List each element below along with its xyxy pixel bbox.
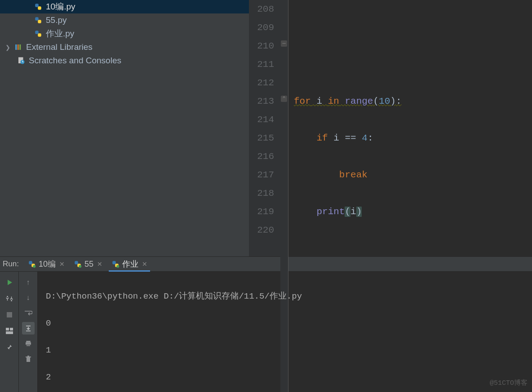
run-tab-label: 10编 <box>39 259 56 269</box>
fold-start-icon[interactable]: ─ <box>281 40 287 47</box>
up-button[interactable]: ↑ <box>22 276 35 289</box>
chevron-right-icon: ❯ <box>5 44 13 51</box>
line-number: 220 <box>253 221 274 239</box>
line-number: 213 <box>253 92 274 110</box>
line-number: 214 <box>253 110 274 129</box>
colon: : <box>368 133 373 143</box>
close-icon[interactable]: ✕ <box>59 260 65 268</box>
keyword-if: if <box>316 133 328 143</box>
close-icon[interactable]: ✕ <box>97 260 102 268</box>
file-tree-item[interactable]: 作业.py <box>0 27 249 40</box>
svg-rect-17 <box>112 261 116 264</box>
down-button[interactable]: ↓ <box>22 291 35 304</box>
svg-rect-1 <box>38 6 41 10</box>
svg-rect-30 <box>27 357 30 362</box>
svg-rect-22 <box>7 312 12 317</box>
run-panel-label: Run: <box>0 260 23 269</box>
colon: : <box>396 96 402 106</box>
line-number: 209 <box>253 18 274 37</box>
svg-rect-4 <box>35 31 39 34</box>
svg-point-13 <box>33 265 35 268</box>
softwrap-button[interactable] <box>22 307 35 319</box>
console-output[interactable]: D:\Python36\python.exe D:/计算机知识存储/11.5/作… <box>38 272 532 392</box>
close-icon[interactable]: ✕ <box>142 260 147 268</box>
svg-rect-3 <box>38 20 41 23</box>
run-toolbar-left <box>0 272 19 392</box>
file-tree-item[interactable]: 55.py <box>0 13 249 27</box>
delete-button[interactable] <box>22 352 35 365</box>
variable-i: i <box>350 207 356 217</box>
file-tree-item[interactable]: 10编.py <box>0 0 249 13</box>
line-number: 217 <box>253 166 274 184</box>
number-literal: 4 <box>362 133 368 143</box>
run-tab[interactable]: 10编 ✕ <box>23 257 69 271</box>
rerun-button[interactable] <box>3 276 16 289</box>
scratches-item[interactable]: Scratches and Consoles <box>0 54 249 67</box>
project-tree[interactable]: 10编.py 55.py 作业.py ❯ External Libraries … <box>0 0 249 256</box>
code-text: i == <box>328 133 362 143</box>
svg-rect-11 <box>29 261 32 264</box>
svg-rect-26 <box>26 341 30 342</box>
scratches-icon <box>17 57 25 65</box>
settings-button[interactable] <box>3 292 16 305</box>
svg-rect-0 <box>35 4 39 7</box>
python-file-icon <box>34 3 42 11</box>
scroll-to-end-button[interactable] <box>22 322 35 335</box>
svg-point-19 <box>116 265 119 268</box>
run-tab[interactable]: 作业 ✕ <box>107 257 152 271</box>
line-number: 219 <box>253 203 274 221</box>
paren-close: ) <box>390 96 396 106</box>
svg-point-20 <box>7 296 8 297</box>
scratches-label: Scratches and Consoles <box>29 56 121 66</box>
svg-rect-2 <box>35 17 39 21</box>
console-command-line: D:\Python36\python.exe D:/计算机知识存储/11.5/作… <box>46 290 524 303</box>
console-out-line: 2 <box>46 370 524 384</box>
layout-button[interactable] <box>3 325 16 337</box>
svg-rect-28 <box>27 344 30 346</box>
pin-button[interactable] <box>3 341 16 353</box>
python-file-icon <box>34 30 42 38</box>
line-number: 215 <box>253 129 274 147</box>
file-name-label: 10编.py <box>46 1 75 13</box>
print-button[interactable] <box>22 337 35 350</box>
console-out-line: 1 <box>46 344 524 357</box>
line-number: 210 <box>253 37 274 55</box>
external-libraries-item[interactable]: ❯ External Libraries <box>0 40 249 54</box>
stop-button[interactable] <box>3 308 16 321</box>
builtin-range: range <box>339 96 373 106</box>
svg-point-16 <box>79 265 81 268</box>
svg-rect-24 <box>10 328 13 330</box>
paren-open: ( <box>373 96 379 106</box>
paren-open-highlight: ( <box>345 207 350 217</box>
python-run-icon <box>74 260 82 268</box>
python-file-icon <box>34 16 42 24</box>
python-run-icon <box>28 260 36 268</box>
python-run-icon <box>111 260 120 268</box>
file-name-label: 作业.py <box>46 28 74 40</box>
line-number: 216 <box>253 147 274 166</box>
svg-rect-25 <box>6 331 13 334</box>
keyword-break: break <box>339 170 368 180</box>
line-number: 218 <box>253 184 274 203</box>
keyword-in: in <box>328 96 339 106</box>
svg-point-21 <box>11 300 12 301</box>
number-literal: 10 <box>379 96 390 106</box>
svg-rect-23 <box>6 328 9 330</box>
keyword-for: for <box>294 96 311 106</box>
svg-rect-29 <box>26 357 31 357</box>
svg-rect-7 <box>18 44 19 50</box>
run-tab-label: 55 <box>84 260 93 269</box>
watermark: @51CTO博客 <box>490 377 528 390</box>
run-tab[interactable]: 55 ✕ <box>69 257 107 271</box>
libraries-icon <box>14 43 22 51</box>
file-name-label: 55.py <box>46 15 66 25</box>
editor-area[interactable]: 208 209 210 211 212 213 214 215 216 217 … <box>249 0 532 256</box>
run-toolbar-nav: ↑ ↓ <box>19 272 38 392</box>
builtin-print: print <box>316 207 345 217</box>
run-tabs-bar: Run: 10编 ✕ 55 ✕ 作业 ✕ <box>0 256 532 272</box>
external-libraries-label: External Libraries <box>26 42 93 52</box>
fold-end-icon[interactable]: ⌃ <box>281 96 287 102</box>
run-tab-label: 作业 <box>122 259 138 269</box>
svg-rect-31 <box>27 356 29 357</box>
line-number: 212 <box>253 74 274 92</box>
